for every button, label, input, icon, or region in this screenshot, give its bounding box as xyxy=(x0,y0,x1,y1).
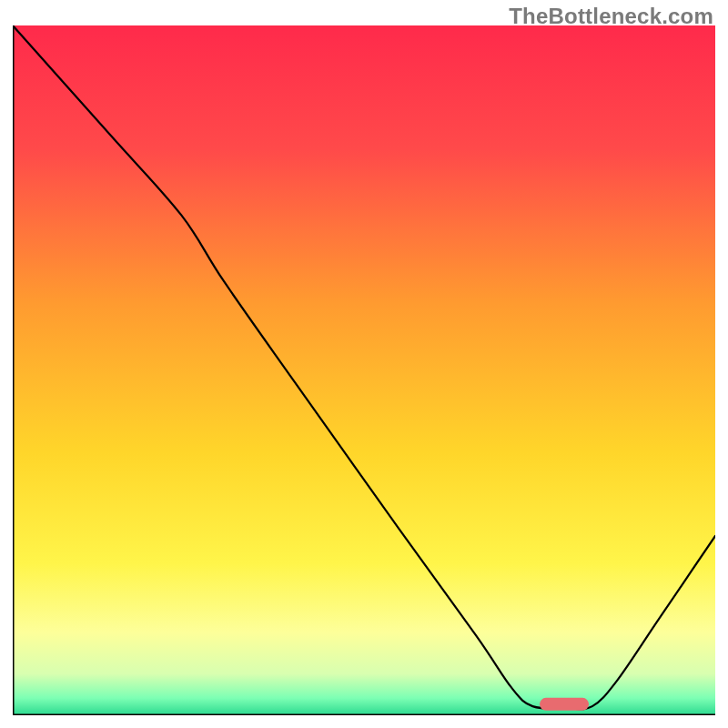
optimal-marker xyxy=(540,698,589,711)
chart-frame: TheBottleneck.com xyxy=(0,0,728,728)
plot-area xyxy=(13,25,715,715)
gradient-background xyxy=(13,25,715,715)
chart-svg xyxy=(13,25,715,715)
